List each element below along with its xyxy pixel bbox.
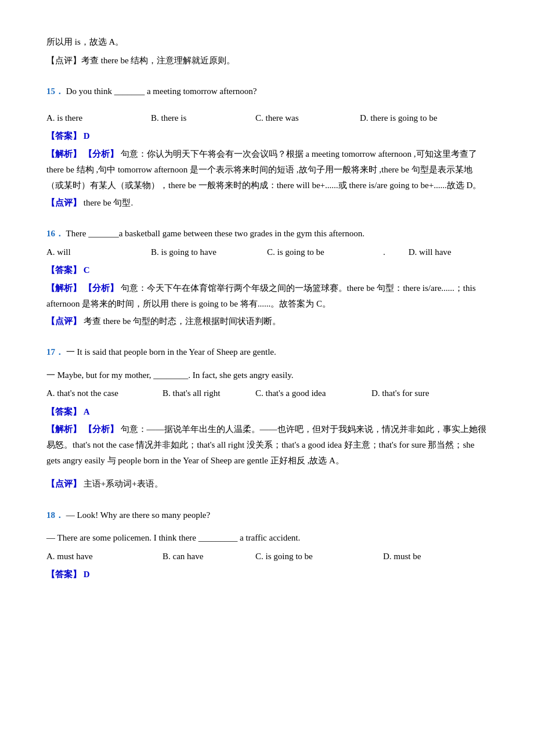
q16-comment: 【点评】 考查 there be 句型的时态，注意根据时间状语判断。 [46, 314, 488, 329]
q15-analysis-inner: 【分析】 [84, 149, 118, 159]
q18-answer-value: D [84, 570, 90, 579]
q15-analysis-tag: 【解析】 [46, 149, 81, 159]
q18-answer-tag: 【答案】 [46, 570, 81, 579]
q18-opt-c: C. is going to be [255, 549, 383, 564]
q15-opt-d: D. there is going to be [360, 111, 488, 126]
q15-question: Do you think _______ a meeting tomorrow … [66, 87, 257, 96]
q15-opt-b: B. there is [151, 111, 255, 126]
q18-dash1: — [66, 510, 75, 520]
question-15: 15． Do you think _______ a meeting tomor… [46, 78, 488, 210]
q17-number: 17． [46, 347, 64, 357]
q16-opt-c: C. is going to be [267, 245, 383, 260]
q16-analysis-inner: 【分析】 [84, 283, 118, 293]
q15-analysis: 【解析】 【分析】 句意：你认为明天下午将会有一次会议吗？根据 a meetin… [46, 146, 488, 193]
q16-text: 16． There _______a basketball game betwe… [46, 226, 488, 242]
q16-number: 16． [46, 229, 64, 238]
q15-opt-c: C. there was [255, 111, 360, 126]
q18-opt-d: D. must be [383, 549, 421, 564]
q16-analysis: 【解析】 【分析】 句意：今天下午在体育馆举行两个年级之间的一场篮球赛。ther… [46, 280, 488, 312]
q18-text1: Look! Why are there so many people? [77, 510, 211, 520]
q16-opt-b: B. is going to have [151, 245, 267, 260]
q17-analysis-inner: 【分析】 [84, 424, 118, 434]
q16-comment-tag: 【点评】 [46, 316, 81, 326]
q17-line2: 一 Maybe, but for my mother, ________. In… [46, 368, 488, 383]
q17-analysis-tag: 【解析】 [46, 424, 81, 434]
question-18: 18． — Look! Why are there so many people… [46, 502, 488, 582]
q17-opt-a: A. that's not the case [46, 386, 163, 401]
q17-answer-tag: 【答案】 [46, 407, 81, 416]
intro-section: 所以用 is，故选 A。 【点评】考查 there be 结构，注意理解就近原则… [46, 35, 488, 68]
q17-opt-d: D. that's for sure [371, 386, 429, 401]
q17-dash1: 一 [66, 347, 75, 357]
q18-answer-line: 【答案】 D [46, 567, 488, 582]
q16-answer-value: C [84, 265, 90, 275]
q18-opt-a: A. must have [46, 549, 163, 564]
q17-opt-b: B. that's all right [163, 386, 255, 401]
q17-line1: 17． 一 It is said that people born in the… [46, 345, 488, 360]
q15-text: 15． Do you think _______ a meeting tomor… [46, 84, 488, 99]
q16-question: There _______a basketball game between t… [66, 229, 364, 238]
q16-options: A. will B. is going to have C. is going … [46, 245, 488, 260]
q17-text1: It is said that people born in the Year … [77, 347, 276, 357]
q17-dash2: 一 [46, 370, 55, 380]
q16-answer-tag: 【答案】 [46, 265, 81, 275]
q16-opt-a: A. will [46, 245, 151, 260]
q16-answer-line: 【答案】 C [46, 263, 488, 278]
q15-answer-line: 【答案】 D [46, 129, 488, 144]
q16-comment-text: 考查 there be 句型的时态，注意根据时间状语判断。 [84, 316, 281, 326]
q15-comment: 【点评】 there be 句型. [46, 196, 488, 211]
q17-comment: 【点评】 主语+系动词+表语。 [46, 477, 488, 492]
q18-opt-b: B. can have [163, 549, 255, 564]
q16-analysis-tag: 【解析】 [46, 283, 81, 293]
q15-comment-text: there be 句型. [84, 198, 133, 207]
q15-answer-tag: 【答案】 [46, 131, 81, 141]
q17-comment-tag: 【点评】 [46, 479, 81, 488]
q18-text2: There are some policemen. I think there … [57, 533, 300, 542]
q16-opt-d: D. will have [409, 245, 478, 260]
q17-text2: Maybe, but for my mother, ________. In f… [57, 370, 294, 380]
q18-number: 18． [46, 510, 64, 520]
q15-options: A. is there B. there is C. there was D. … [46, 111, 488, 126]
q18-line1: 18． — Look! Why are there so many people… [46, 508, 488, 523]
q18-dash2: — [46, 533, 55, 542]
q17-options: A. that's not the case B. that's all rig… [46, 386, 488, 401]
q18-options: A. must have B. can have C. is going to … [46, 549, 488, 564]
q17-answer-line: 【答案】 A [46, 405, 488, 420]
q17-answer-value: A [84, 407, 90, 416]
q15-answer-value: D [84, 131, 90, 141]
q15-opt-a: A. is there [46, 111, 151, 126]
q15-comment-tag: 【点评】 [46, 198, 81, 207]
intro-line1: 所以用 is，故选 A。 [46, 35, 488, 50]
q17-comment-text: 主语+系动词+表语。 [84, 479, 163, 488]
q17-opt-c: C. that's a good idea [255, 386, 371, 401]
question-17: 17． 一 It is said that people born in the… [46, 339, 488, 492]
q15-number: 15． [46, 87, 64, 96]
q17-analysis: 【解析】 【分析】 句意：——据说羊年出生的人温柔。——也许吧，但对于我妈来说，… [46, 422, 488, 469]
question-16: 16． There _______a basketball game betwe… [46, 221, 488, 329]
q18-line2: — There are some policemen. I think ther… [46, 531, 488, 546]
q16-opt-sep: . [383, 245, 385, 260]
intro-comment: 【点评】考查 there be 结构，注意理解就近原则。 [46, 53, 488, 69]
